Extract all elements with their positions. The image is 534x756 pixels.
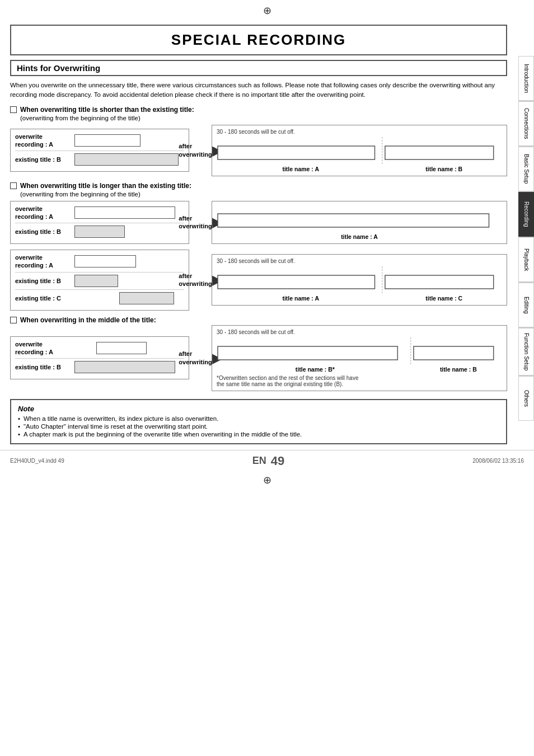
seg-label-c-2: title name : C	[386, 295, 502, 302]
sidebar-tab-recording[interactable]: Recording	[518, 192, 534, 237]
sidebar-tab-connections[interactable]: Connections	[518, 101, 534, 146]
note-box: Note When a title name is overwritten, i…	[10, 399, 507, 444]
row-label-1: existing title : B	[15, 156, 71, 163]
svg-rect-3	[385, 146, 494, 159]
bar-area-3	[74, 226, 184, 238]
subheading-shorter: When overwriting title is shorter than t…	[10, 106, 507, 114]
right-svg-0	[217, 137, 502, 164]
diagram-middle: overwrite recording : A existing title :…	[10, 325, 507, 391]
seg-label-a-0: title name : A	[217, 166, 385, 172]
right-diagram-shorter: 30 - 180 seconds will be cut off. title …	[212, 125, 507, 176]
sidebar-tab-basicsetup[interactable]: Basic Setup	[518, 147, 534, 191]
record-row-4: overwrite recording : A	[15, 253, 184, 270]
bar-area-5	[74, 275, 184, 287]
checkbox-icon-middle	[10, 317, 17, 323]
seg-label-b-3: title name : B	[415, 366, 502, 373]
note-item-2: A chapter mark is put the beginning of t…	[18, 431, 499, 438]
left-diagram-shorter: overwrite recording : A existing title :…	[10, 129, 189, 172]
intro-text: When you overwrite on the unnecessary ti…	[10, 81, 507, 100]
subsubheading-shorter: (overwriting from the beginning of the t…	[20, 115, 507, 121]
main-content: SPECIAL RECORDING Hints for Overwriting …	[0, 25, 517, 444]
row-label-4: overwrite recording : A	[15, 253, 71, 270]
footer-right: 2008/06/02 13:35:16	[472, 458, 524, 464]
row-label-2: overwrite recording : A	[15, 205, 71, 221]
record-row-2: overwrite recording : A	[15, 205, 184, 221]
record-row-5: existing title : B	[15, 275, 184, 287]
bar-area-4	[74, 255, 184, 267]
note-title: Note	[18, 405, 499, 413]
page-title: SPECIAL RECORDING	[171, 31, 346, 48]
bar-area-6	[74, 292, 184, 304]
asterisk-note: *Overwritten section and the rest of the…	[217, 375, 362, 387]
svg-rect-9	[218, 346, 397, 360]
svg-rect-4	[218, 214, 489, 227]
sidebar-tab-others[interactable]: Others	[518, 376, 534, 421]
page: ⊕ Introduction Connections Basic Setup R…	[0, 0, 534, 756]
diagram-longer: overwrite recording : A existing title :…	[10, 201, 507, 245]
right-svg-3	[217, 337, 502, 364]
left-diagram-longer: overwrite recording : A existing title :…	[10, 201, 189, 245]
bottom-crosshair: ⊕	[0, 472, 534, 489]
seg-label-b-0: title name : B	[386, 166, 502, 172]
subheading-longer: When overwriting title is longer than th…	[10, 182, 507, 190]
seg-label-a-2: title name : A	[217, 295, 385, 302]
row-label-6: existing title : C	[15, 294, 71, 302]
bar-area-0	[74, 134, 184, 147]
record-row-0: overwrite recording : A	[15, 133, 184, 149]
note-item-1: "Auto Chapter" interval time is reset at…	[18, 423, 499, 430]
checkbox-icon-longer	[10, 182, 17, 189]
row-label-7: overwrite recording : A	[15, 340, 71, 356]
page-title-bar: SPECIAL RECORDING	[10, 25, 507, 55]
svg-rect-10	[414, 346, 494, 360]
en-label: EN	[252, 455, 266, 467]
cutoff-text-3: 30 - 180 seconds will be cut off.	[217, 329, 502, 335]
row-label-0: overwrite recording : A	[15, 133, 71, 149]
arrow-area-1: afteroverwriting ▶	[189, 214, 212, 231]
record-row-6: existing title : C	[15, 292, 184, 304]
record-row-3: existing title : B	[15, 226, 184, 238]
bar-area-8	[74, 361, 184, 373]
arrow-area-2: afteroverwriting ▶	[189, 272, 212, 288]
right-sidebar: Introduction Connections Basic Setup Rec…	[518, 56, 534, 421]
bar-area-1	[74, 153, 184, 166]
right-diagram-longer2: 30 - 180 seconds will be cut off. title …	[212, 254, 507, 306]
sidebar-tab-introduction[interactable]: Introduction	[518, 56, 534, 101]
record-row-7: overwrite recording : A	[15, 340, 184, 356]
svg-rect-6	[218, 275, 375, 289]
record-row-8: existing title : B	[15, 361, 184, 373]
sidebar-tab-editing[interactable]: Editing	[518, 283, 534, 327]
section-title: Hints for Overwriting	[17, 63, 100, 73]
bar-area-2	[74, 206, 184, 219]
page-number: 49	[271, 454, 284, 468]
svg-rect-7	[385, 275, 494, 289]
top-crosshair: ⊕	[0, 0, 534, 18]
note-item-0: When a title name is overwritten, its in…	[18, 415, 499, 422]
left-diagram-middle: overwrite recording : A existing title :…	[10, 336, 189, 380]
right-svg-1	[217, 205, 502, 232]
checkbox-icon-shorter	[10, 106, 17, 113]
page-number-area: EN 49	[252, 454, 285, 468]
row-label-3: existing title : B	[15, 228, 71, 236]
sidebar-tab-functionsetup[interactable]: Function Setup	[518, 328, 534, 375]
subsubheading-longer: (overwriting from the beginning of the t…	[20, 191, 507, 198]
seg-label-b-star-3: title name : B*	[217, 366, 414, 373]
record-row-1: existing title : B	[15, 153, 184, 166]
svg-rect-1	[218, 146, 375, 159]
sidebar-tab-playback[interactable]: Playback	[518, 237, 534, 282]
seg-label-a-1: title name : A	[217, 233, 502, 240]
diagram-shorter: overwrite recording : A existing title :…	[10, 125, 507, 176]
cutoff-text-0: 30 - 180 seconds will be cut off.	[217, 129, 502, 135]
right-svg-2	[217, 266, 502, 293]
right-diagram-longer: title name : A	[212, 201, 507, 244]
arrow-area-0: afteroverwriting ▶	[189, 142, 212, 158]
left-diagram-longer2: overwrite recording : A existing title :…	[10, 250, 189, 311]
page-footer: E2H40UD_v4.indd 49 EN 49 2008/06/02 13:3…	[0, 450, 534, 472]
right-diagram-middle: 30 - 180 seconds will be cut off. title …	[212, 325, 507, 391]
row-label-5: existing title : B	[15, 277, 71, 285]
row-label-8: existing title : B	[15, 363, 71, 371]
cutoff-text-2: 30 - 180 seconds will be cut off.	[217, 258, 502, 264]
bar-area-7	[74, 342, 184, 354]
subheading-middle: When overwriting in the middle of the ti…	[10, 316, 507, 324]
diagram-longer2: overwrite recording : A existing title :…	[10, 250, 507, 311]
section-box: Hints for Overwriting	[10, 60, 507, 76]
